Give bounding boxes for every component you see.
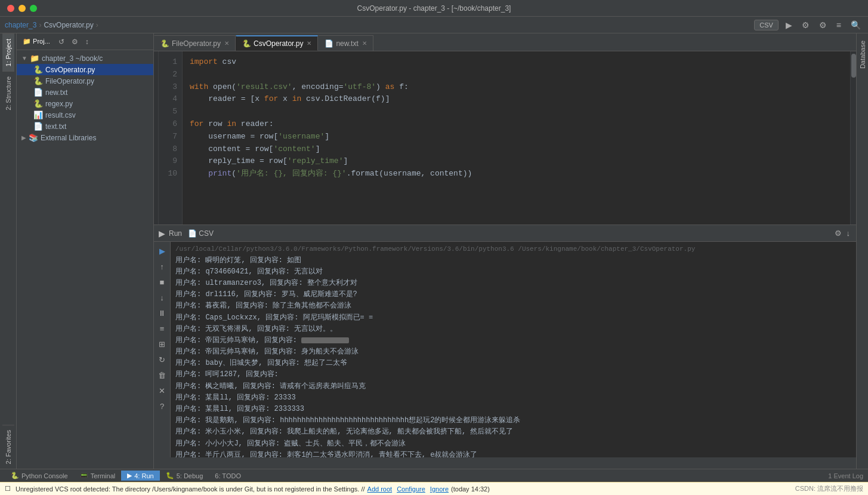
more-button[interactable]: ⚙ — [817, 19, 829, 31]
notif-link-ignore[interactable]: Ignore — [430, 485, 449, 493]
line-num-5: 5 — [159, 106, 182, 118]
run-output-5: 用户名: 暮夜霜, 回复内容: 除了主角其他都不会游泳 — [175, 300, 851, 312]
run-output-14: 用户名: 某晨ll, 回复内容: 2333333 — [175, 404, 851, 415]
code-content[interactable]: import csv with open('result.csv', encod… — [183, 51, 850, 225]
breadcrumb-file[interactable]: CsvOperator.py — [44, 21, 93, 29]
tab-close-3[interactable]: ✕ — [362, 40, 367, 47]
status-tab-python[interactable]: 🐍 Python Console — [5, 471, 74, 481]
notif-link-addroot[interactable]: Add root — [367, 485, 393, 493]
code-editor[interactable]: 1 2 3 4 5 6 7 8 9 10 import csv with ope… — [154, 51, 856, 225]
run-output-7: 用户名: 无双飞将潜风, 回复内容: 无言以对。。 — [175, 324, 851, 335]
tab-csvoperator[interactable]: 🐍 CsvOperator.py ✕ — [236, 35, 318, 51]
tree-file-fileoperator[interactable]: 🐍 FileOperator.py — [17, 75, 153, 87]
tab-newtxt[interactable]: 📄 new.txt ✕ — [318, 35, 373, 51]
search-button[interactable]: 🔍 — [848, 19, 863, 31]
folder-arrow: ▼ — [21, 55, 27, 62]
tab-close-2[interactable]: ✕ — [307, 40, 311, 47]
csv-dropdown-button[interactable]: CSV — [754, 20, 779, 30]
database-tab[interactable]: Database — [857, 38, 869, 71]
status-tab-todo[interactable]: 6: TODO — [209, 471, 247, 481]
txt-icon-2: 📄 — [33, 122, 43, 131]
tree-file-texttxt[interactable]: 📄 text.txt — [17, 121, 153, 132]
tab-icon-2: 🐍 — [242, 39, 251, 48]
run-tab-label: 4: Run — [134, 472, 153, 479]
run-output-18: 用户名: 半斤八两豆, 回复内容: 刺客1的二太爷遇水即消消, 青蛙看不下去, … — [175, 450, 851, 457]
project-collapse-btn[interactable]: ↕ — [83, 36, 91, 47]
run-wrap-btn[interactable]: ⊞ — [156, 337, 169, 351]
run-up-btn[interactable]: ↑ — [156, 260, 169, 273]
status-tabs: 🐍 Python Console 📟 Terminal ▶ 4: Run 🐛 5… — [5, 471, 247, 481]
run-help-btn[interactable]: ? — [156, 399, 169, 413]
txt-icon: 📄 — [33, 88, 43, 97]
line-num-6: 6 — [159, 118, 182, 131]
run-down-btn[interactable]: ↓ — [156, 291, 169, 304]
bp-slot-9 — [154, 143, 158, 155]
breadcrumb-sep2: › — [96, 21, 98, 29]
run-icon: ▶ — [159, 229, 165, 238]
run-output-4: 用户名: drl1116, 回复内容: 罗马、威尼斯难道不是? — [175, 289, 851, 300]
bp-slot-4 — [154, 86, 158, 97]
notif-link-configure[interactable]: Configure — [397, 485, 425, 493]
status-tab-terminal[interactable]: 📟 Terminal — [74, 471, 122, 481]
close-button[interactable] — [7, 5, 14, 12]
file-name-csvoperator: CsvOperator.py — [45, 66, 95, 74]
tab-label-csvoperator: CsvOperator.py — [254, 39, 303, 48]
bp-slot-10 — [154, 155, 158, 166]
run-repeat-btn[interactable]: ↻ — [156, 353, 169, 366]
run-output-12: 用户名: 枫之晴曦, 回复内容: 请戒有个远房表弟叫痘马克 — [175, 381, 851, 392]
tree-file-newtxt[interactable]: 📄 new.txt — [17, 87, 153, 98]
status-tab-run[interactable]: ▶ 4: Run — [121, 471, 159, 481]
settings-button[interactable]: ⚙ — [799, 19, 812, 31]
run-output[interactable]: /usr/local/Cellar/python3/3.6.0/Framewor… — [171, 242, 856, 457]
bp-slot-6 — [154, 109, 158, 120]
event-log-label[interactable]: 1 Event Log — [828, 472, 863, 479]
todo-label: 6: TODO — [215, 472, 241, 479]
run-x-btn[interactable]: ✕ — [156, 384, 169, 397]
breadcrumb-folder[interactable]: chapter_3 — [5, 21, 36, 29]
run-trash-btn[interactable]: 🗑 — [156, 368, 169, 382]
editor-tabs: 🐍 FileOperator.py ✕ 🐍 CsvOperator.py ✕ 📄… — [154, 33, 856, 51]
run-stop-btn[interactable]: ■ — [156, 275, 169, 288]
sidebar-tab-favorites[interactable]: 2: Favorites — [2, 425, 14, 469]
notif-time: (today 14:32) — [451, 485, 490, 493]
python-console-label: Python Console — [21, 472, 68, 479]
file-name-newtxt: new.txt — [45, 88, 67, 97]
project-tab-proj[interactable]: 📁 Proj... — [19, 36, 54, 47]
run-layout: ▶ ↑ ■ ↓ ⏸ ≡ ⊞ ↻ 🗑 ✕ ? /usr/local/Cellar/… — [154, 242, 856, 457]
maximize-button[interactable] — [30, 5, 37, 12]
notif-checkbox[interactable]: ☐ — [5, 485, 11, 493]
bp-slot-8 — [154, 131, 158, 143]
run-play-btn[interactable]: ▶ — [156, 244, 169, 257]
run-pause-btn[interactable]: ⏸ — [156, 306, 169, 319]
line-num-8: 8 — [159, 143, 182, 156]
run-button[interactable]: ▶ — [783, 19, 795, 31]
run-output-path: /usr/local/Cellar/python3/3.6.0/Framewor… — [175, 244, 851, 255]
right-sidebar-strip: Database — [856, 33, 868, 469]
breadcrumb-sep1: › — [39, 21, 41, 29]
sidebar-tab-structure[interactable]: 2: Structure — [2, 71, 14, 115]
run-settings-btn[interactable]: ⚙ — [833, 227, 843, 239]
list-button[interactable]: ≡ — [834, 19, 844, 31]
tree-folder-chapter3[interactable]: ▼ 📁 chapter_3 ~/book/c — [17, 53, 153, 64]
status-tab-debug[interactable]: 🐛 5: Debug — [160, 471, 209, 481]
run-side-buttons: ▶ ↑ ■ ↓ ⏸ ≡ ⊞ ↻ 🗑 ✕ ? — [154, 242, 171, 457]
tab-fileoperator[interactable]: 🐍 FileOperator.py ✕ — [154, 35, 236, 51]
project-gear-btn[interactable]: ⚙ — [69, 36, 81, 47]
sidebar-tab-project[interactable]: 1: Project — [2, 33, 14, 71]
run-title: ▶ Run 📄 CSV — [159, 229, 214, 238]
tree-file-regexpy[interactable]: 🐍 regex.py — [17, 98, 153, 109]
run-scroll-btn[interactable]: ↓ — [845, 227, 852, 239]
run-output-15: 用户名: 我是鹅鹅, 回复内容: hhhhhhhhhhhhhhhhhhhhhhh… — [175, 415, 851, 426]
project-sync-btn[interactable]: ↺ — [56, 36, 67, 47]
tree-file-resultcsv[interactable]: 📊 result.csv — [17, 109, 153, 121]
tree-external-libraries[interactable]: ▶ 📚 External Libraries — [17, 132, 153, 143]
tree-file-csvoperator[interactable]: 🐍 CsvOperator.py — [17, 64, 153, 75]
run-output-1: 用户名: 瞬明的灯笼, 回复内容: 如图 — [175, 255, 851, 266]
run-output-13: 用户名: 某晨ll, 回复内容: 23333 — [175, 392, 851, 404]
notification-bar: ☐ Unregistered VCS root detected: The di… — [0, 482, 868, 495]
minimize-button[interactable] — [18, 5, 26, 12]
line-numbers: 1 2 3 4 5 6 7 8 9 10 — [159, 51, 183, 225]
run-output-16: 用户名: 米小玉小米, 回复内容: 我爬上船夫的船, 无论离他多远, 船夫都会被… — [175, 426, 851, 438]
run-lines-btn[interactable]: ≡ — [156, 322, 169, 335]
tab-close-1[interactable]: ✕ — [224, 40, 229, 47]
